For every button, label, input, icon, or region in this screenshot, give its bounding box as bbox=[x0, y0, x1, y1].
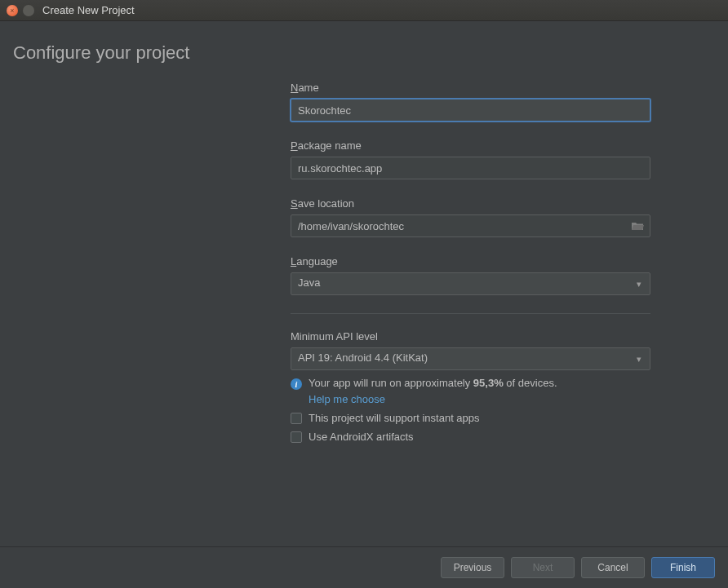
save-location-field-group: Save location bbox=[291, 197, 650, 237]
package-label: Package name bbox=[291, 139, 362, 152]
min-api-select[interactable]: API 19: Android 4.4 (KitKat) bbox=[291, 347, 650, 370]
page-title: Configure your project bbox=[0, 21, 728, 82]
info-percent: 95,3% bbox=[473, 377, 504, 389]
androidx-checkbox[interactable] bbox=[291, 431, 302, 443]
min-api-field-group: Minimum API level API 19: Android 4.4 (K… bbox=[291, 330, 650, 443]
info-prefix: Your app will run on approximately bbox=[309, 377, 473, 389]
finish-button[interactable]: Finish bbox=[651, 557, 715, 578]
button-bar: Previous Next Cancel Finish bbox=[0, 546, 728, 588]
androidx-label: Use AndroidX artifacts bbox=[309, 431, 414, 443]
window-controls: × bbox=[7, 5, 34, 16]
api-info-row: i Your app will run on approximately 95,… bbox=[291, 377, 650, 390]
name-label: Name bbox=[291, 82, 319, 94]
name-field-group: Name bbox=[291, 82, 650, 122]
info-icon: i bbox=[291, 378, 302, 390]
language-field-group: Language Java bbox=[291, 255, 650, 295]
instant-apps-checkbox-row[interactable]: This project will support instant apps bbox=[291, 412, 650, 424]
androidx-checkbox-row[interactable]: Use AndroidX artifacts bbox=[291, 431, 650, 443]
language-label: Language bbox=[291, 255, 338, 267]
help-me-choose-link[interactable]: Help me choose bbox=[309, 393, 385, 405]
minimize-window-icon[interactable] bbox=[23, 5, 34, 16]
package-field-group: Package name bbox=[291, 139, 650, 179]
language-select[interactable]: Java bbox=[291, 272, 650, 295]
min-api-label: Minimum API level bbox=[291, 330, 378, 343]
previous-button[interactable]: Previous bbox=[441, 557, 504, 578]
instant-apps-label: This project will support instant apps bbox=[309, 412, 480, 424]
name-input[interactable] bbox=[291, 99, 650, 122]
next-button: Next bbox=[511, 557, 575, 578]
save-location-label: Save location bbox=[291, 197, 354, 210]
window-title: Create New Project bbox=[42, 4, 135, 16]
browse-folder-icon[interactable] bbox=[631, 220, 644, 232]
window-titlebar: × Create New Project bbox=[0, 0, 728, 21]
cancel-button[interactable]: Cancel bbox=[581, 557, 645, 578]
language-select-value: Java bbox=[298, 276, 320, 289]
separator bbox=[291, 313, 650, 314]
min-api-select-value: API 19: Android 4.4 (KitKat) bbox=[298, 351, 428, 364]
info-suffix: of devices. bbox=[504, 377, 557, 389]
instant-apps-checkbox[interactable] bbox=[291, 413, 302, 424]
save-location-input[interactable] bbox=[291, 214, 650, 237]
api-info-text: Your app will run on approximately 95,3%… bbox=[309, 377, 557, 389]
package-input[interactable] bbox=[291, 157, 650, 179]
close-window-icon[interactable]: × bbox=[7, 5, 18, 16]
